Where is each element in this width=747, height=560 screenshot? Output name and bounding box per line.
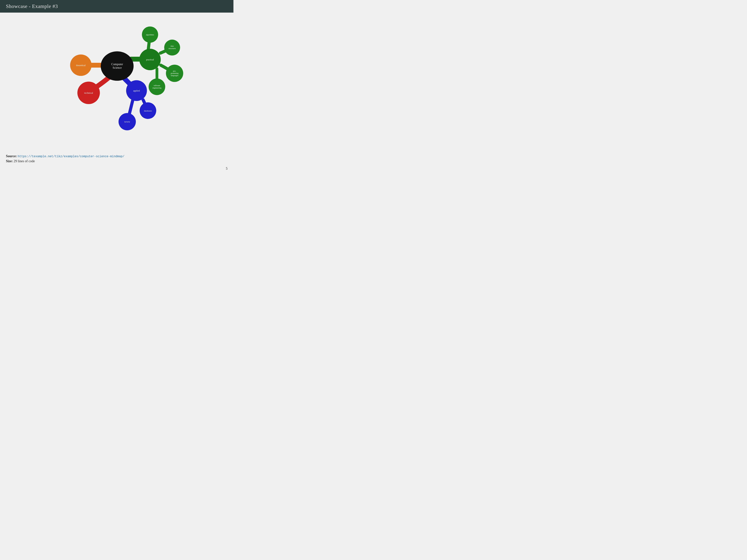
www-label: WWW <box>124 121 130 123</box>
footer: Source: https://texample.net/tikz/exampl… <box>6 154 124 163</box>
practical-label: practical <box>146 58 154 61</box>
slide-header: Showcase - Example #3 <box>0 0 233 12</box>
software-eng-label: software <box>154 84 160 86</box>
data-structures-label: data <box>171 45 174 47</box>
center-label: Computer <box>111 62 123 66</box>
theoretical-label: theoretical <box>76 64 86 67</box>
databases-label: databases <box>144 110 152 112</box>
programming-label2: gramming <box>171 72 178 74</box>
applied-label: applied <box>133 89 140 92</box>
programming-label3: languages <box>171 75 178 77</box>
data-structures-label2: structures <box>169 47 176 49</box>
center-label2: Science <box>113 66 122 69</box>
main-content: Computer Science theoretical technical p… <box>0 12 233 174</box>
programming-label: pro- <box>173 70 176 72</box>
algorithms-label: algorithms <box>146 34 154 36</box>
source-label: Source: <box>6 154 18 158</box>
page-number: 5 <box>226 167 228 170</box>
source-line: Source: https://texample.net/tikz/exampl… <box>6 154 124 158</box>
software-eng-label2: engineering <box>153 87 161 89</box>
size-label: Size: <box>6 159 14 163</box>
source-link[interactable]: https://texample.net/tikz/examples/compu… <box>18 155 124 158</box>
header-title: Showcase - Example #3 <box>6 3 58 9</box>
size-text: 29 lines of code <box>14 159 35 163</box>
mindmap-container: Computer Science theoretical technical p… <box>58 18 188 133</box>
mindmap-svg: Computer Science theoretical technical p… <box>58 18 188 133</box>
size-line: Size: 29 lines of code <box>6 159 124 163</box>
technical-label: technical <box>84 91 93 94</box>
